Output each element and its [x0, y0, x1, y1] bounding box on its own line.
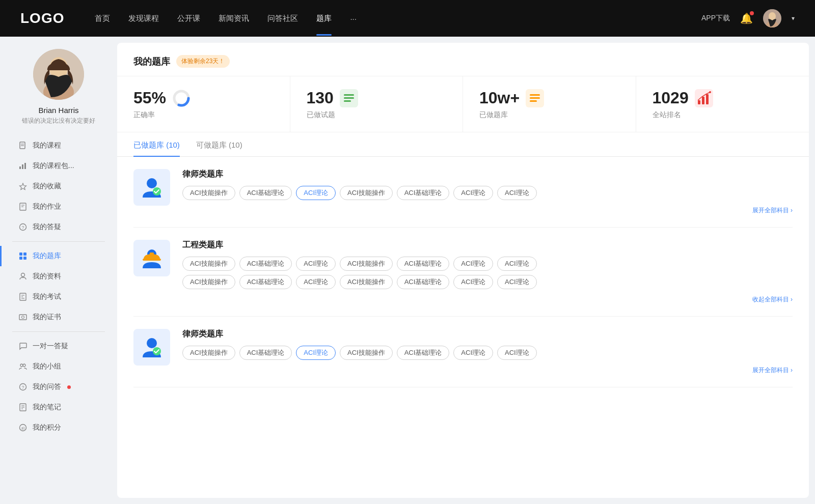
sidebar-item-profile[interactable]: 我的资料	[0, 266, 117, 287]
sidebar-item-notes[interactable]: 我的笔记	[0, 397, 117, 417]
svg-rect-44	[344, 97, 354, 99]
sidebar-item-one-on-one[interactable]: 一对一答疑	[0, 336, 117, 356]
sidebar: Brian Harris 错误的决定比没有决定要好 我的课程 我的课程包...	[0, 37, 117, 504]
sidebar-item-label: 我的问答	[33, 382, 61, 391]
stat-label: 已做题库	[479, 110, 619, 120]
topic-tag[interactable]: ACI基础理论	[397, 257, 450, 271]
sidebar-item-label: 我的小组	[33, 362, 61, 371]
svg-point-41	[177, 94, 185, 102]
topic-tag[interactable]: ACI基础理论	[239, 186, 292, 200]
svg-rect-52	[702, 97, 704, 104]
topic-tags: ACI技能操作 ACI基础理论 ACI理论 ACI技能操作 ACI基础理论 AC…	[182, 346, 793, 360]
svg-rect-53	[706, 94, 709, 104]
topic-tag[interactable]: ACI技能操作	[340, 186, 393, 200]
topic-tag[interactable]: ACI理论	[453, 257, 493, 271]
user-avatar[interactable]	[763, 9, 781, 27]
svg-rect-19	[23, 253, 26, 256]
sidebar-item-groups[interactable]: 我的小组	[0, 356, 117, 377]
topic-tags: ACI技能操作 ACI基础理论 ACI理论 ACI技能操作 ACI基础理论 AC…	[182, 186, 793, 200]
sidebar-item-courses[interactable]: 我的课程	[0, 135, 117, 156]
stat-value: 10w+	[479, 89, 520, 107]
topic-icon-wrap	[133, 329, 170, 366]
topic-tag[interactable]: ACI技能操作	[340, 275, 393, 289]
nav-links: 首页 发现课程 公开课 新闻资讯 问答社区 题库 ···	[95, 14, 701, 23]
topic-tag[interactable]: ACI理论	[453, 186, 493, 200]
exam-icon	[18, 292, 28, 301]
grid-icon	[18, 251, 28, 261]
app-download-button[interactable]: APP下载	[701, 14, 730, 23]
topic-tag[interactable]: ACI技能操作	[182, 275, 235, 289]
nav-questionbank[interactable]: 题库	[316, 14, 332, 23]
topic-name: 律师类题库	[182, 169, 793, 180]
topic-card-lawyer: 律师类题库 ACI技能操作 ACI基础理论 ACI理论 ACI技能操作 ACI基…	[133, 157, 793, 228]
sidebar-user-name: Brian Harris	[38, 106, 78, 115]
topic-collapse-button[interactable]: 收起全部科目 ›	[182, 293, 793, 304]
topic-tag[interactable]: ACI基础理论	[397, 275, 450, 289]
topic-expand-button[interactable]: 展开全部科目 ›	[182, 204, 793, 215]
notification-bell[interactable]: 🔔	[740, 12, 753, 24]
topic-tag-active[interactable]: ACI理论	[296, 346, 336, 360]
topic-tags-row1: ACI技能操作 ACI基础理论 ACI理论 ACI技能操作 ACI基础理论 AC…	[182, 257, 793, 271]
svg-rect-9	[19, 166, 21, 169]
sidebar-item-course-packages[interactable]: 我的课程包...	[0, 156, 117, 176]
topic-tag[interactable]: ACI技能操作	[340, 257, 393, 271]
logo[interactable]: LOGO	[20, 10, 64, 26]
nav-home[interactable]: 首页	[95, 14, 110, 23]
topic-body: 律师类题库 ACI技能操作 ACI基础理论 ACI理论 ACI技能操作 ACI基…	[182, 169, 793, 215]
topic-tag[interactable]: ACI基础理论	[397, 346, 450, 360]
sidebar-item-my-qa[interactable]: ? 我的问答	[0, 377, 117, 397]
trial-badge: 体验剩余23天！	[176, 55, 230, 68]
topic-tag[interactable]: ACI理论	[497, 275, 537, 289]
svg-point-22	[21, 273, 25, 277]
tab-available[interactable]: 可做题库 (10)	[196, 141, 242, 156]
topic-tag[interactable]: ACI理论	[453, 275, 493, 289]
svg-point-55	[147, 178, 157, 188]
stat-done-questions: 130 已做试题	[290, 76, 464, 132]
sidebar-nav: 我的课程 我的课程包... 我的收藏 我的作业	[0, 135, 117, 438]
topic-tag[interactable]: ACI基础理论	[239, 346, 292, 360]
nav-public[interactable]: 公开课	[177, 14, 200, 23]
sidebar-item-favorites[interactable]: 我的收藏	[0, 176, 117, 197]
nav-qa[interactable]: 问答社区	[267, 14, 298, 23]
sidebar-item-questions[interactable]: ? 我的答疑	[0, 217, 117, 237]
topic-tag[interactable]: ACI技能操作	[340, 346, 393, 360]
topic-tag-active[interactable]: ACI理论	[296, 186, 336, 200]
nav-news[interactable]: 新闻资讯	[219, 14, 249, 23]
topic-tag[interactable]: ACI基础理论	[239, 275, 292, 289]
sidebar-item-label: 我的资料	[33, 272, 61, 281]
sidebar-item-points[interactable]: 积 我的积分	[0, 417, 117, 438]
sidebar-divider-1	[12, 241, 105, 242]
file-icon	[18, 141, 28, 150]
group-icon	[18, 362, 28, 371]
topic-tag[interactable]: ACI技能操作	[182, 257, 235, 271]
topic-tag[interactable]: ACI理论	[296, 275, 336, 289]
sidebar-item-certificates[interactable]: 我的证书	[0, 307, 117, 327]
user-dropdown-arrow[interactable]: ▾	[792, 15, 795, 22]
cert-icon	[18, 313, 28, 322]
topic-tag[interactable]: ACI基础理论	[397, 186, 450, 200]
topic-tag[interactable]: ACI理论	[296, 257, 336, 271]
nav-discover[interactable]: 发现课程	[128, 14, 159, 23]
nav-more[interactable]: ···	[350, 14, 357, 23]
bar-icon	[18, 161, 28, 171]
main-content: 我的题库 体验剩余23天！ 55% 正确率	[117, 43, 809, 498]
sidebar-item-label: 我的作业	[33, 202, 61, 211]
svg-point-30	[23, 364, 25, 367]
sidebar-item-label: 一对一答疑	[33, 342, 68, 351]
sidebar-item-homework[interactable]: 我的作业	[0, 197, 117, 217]
svg-text:?: ?	[21, 225, 24, 230]
notification-dot	[67, 385, 71, 389]
topic-tag[interactable]: ACI理论	[497, 186, 537, 200]
topic-tag[interactable]: ACI技能操作	[182, 346, 235, 360]
tab-done[interactable]: 已做题库 (10)	[133, 141, 180, 156]
topic-tag[interactable]: ACI理论	[497, 346, 537, 360]
svg-rect-43	[344, 94, 354, 96]
sidebar-item-question-bank[interactable]: 我的题库	[0, 246, 117, 266]
topic-tag[interactable]: ACI理论	[497, 257, 537, 271]
sidebar-item-exams[interactable]: 我的考试	[0, 287, 117, 307]
topic-expand-button[interactable]: 展开全部科目 ›	[182, 364, 793, 375]
topic-tag[interactable]: ACI基础理论	[239, 257, 292, 271]
topic-tag[interactable]: ACI理论	[453, 346, 493, 360]
doc-icon	[18, 202, 28, 211]
topic-tag[interactable]: ACI技能操作	[182, 186, 235, 200]
